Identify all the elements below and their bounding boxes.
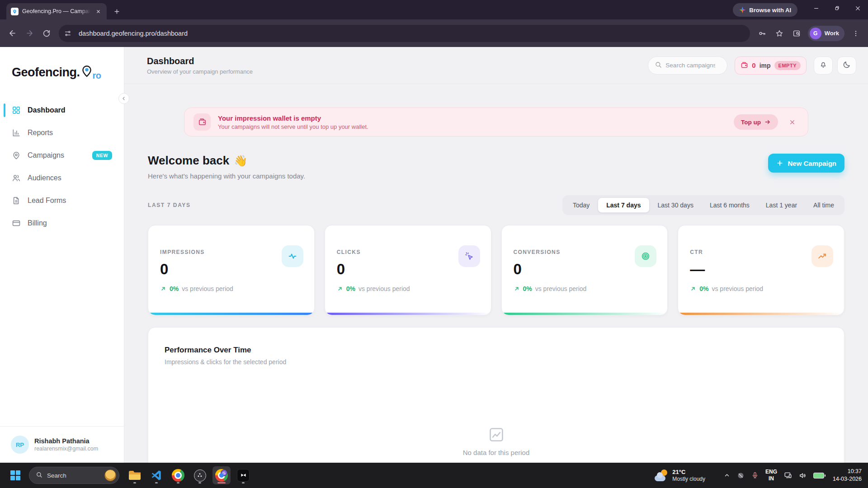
bookmark-star-icon[interactable] xyxy=(772,26,787,41)
period-option-last-30-days[interactable]: Last 30 days xyxy=(650,198,702,212)
period-label: LAST 7 DAYS xyxy=(148,202,191,208)
running-indicator xyxy=(177,482,179,483)
performance-subtitle: Impressions & clicks for the selected pe… xyxy=(165,358,828,366)
search-input[interactable] xyxy=(665,62,715,69)
taskbar-app-capcut[interactable] xyxy=(234,466,252,484)
cast-device-icon[interactable] xyxy=(784,471,792,479)
browser-toolbar: dashboard.geofencing.pro/dashboard G Wor… xyxy=(0,19,868,47)
taskbar-app-file-explorer[interactable] xyxy=(126,466,144,484)
sidebar-item-campaigns[interactable]: Campaigns NEW xyxy=(0,144,124,167)
browser-menu-icon[interactable] xyxy=(848,26,863,41)
welcome-title: Welcome back xyxy=(148,154,229,168)
language-line1: ENG xyxy=(765,469,777,475)
reload-icon[interactable] xyxy=(39,26,54,41)
sidebar-item-label: Reports xyxy=(28,129,53,137)
bell-icon xyxy=(819,61,827,70)
restore-icon[interactable] xyxy=(826,0,847,16)
browser-profile-chip[interactable]: G Work xyxy=(808,26,844,41)
profile-name: Work xyxy=(825,30,839,37)
vscode-icon xyxy=(151,469,162,481)
period-option-last-1-year[interactable]: Last 1 year xyxy=(758,198,805,212)
period-option-last-6-months[interactable]: Last 6 months xyxy=(702,198,758,212)
sidebar-item-audiences[interactable]: Audiences xyxy=(0,167,124,189)
battery-icon[interactable] xyxy=(813,473,824,479)
stat-delta: 0% xyxy=(699,285,708,292)
sidebar-item-reports[interactable]: Reports xyxy=(0,122,124,144)
minimize-icon[interactable] xyxy=(806,0,826,16)
browse-with-ai-button[interactable]: Browse with AI xyxy=(733,3,797,17)
stat-label: IMPRESSIONS xyxy=(160,249,302,255)
sidebar-item-lead-forms[interactable]: Lead Forms xyxy=(0,189,124,212)
page-content: Your impression wallet is empty Your cam… xyxy=(124,84,868,463)
performance-title: Performance Over Time xyxy=(165,346,828,355)
sidebar-collapse-button[interactable] xyxy=(118,93,129,104)
sidebar-item-dashboard[interactable]: Dashboard xyxy=(0,99,124,122)
tab-favicon xyxy=(11,8,19,15)
wave-emoji: 👋 xyxy=(234,155,247,167)
impression-wallet-pill[interactable]: 0 imp EMPTY xyxy=(735,56,807,75)
running-indicator xyxy=(198,482,201,483)
back-icon[interactable] xyxy=(5,26,20,41)
notifications-button[interactable] xyxy=(814,56,833,75)
dark-mode-button[interactable] xyxy=(837,56,856,75)
taskbar-app-chrome-work[interactable]: G xyxy=(212,466,231,484)
impressions-card: IMPRESSIONS 0 0% vs previous period xyxy=(148,225,315,315)
campaign-search[interactable] xyxy=(648,56,727,75)
alert-message: Your campaigns will not serve until you … xyxy=(218,123,368,130)
weather-widget[interactable]: 21°C Mostly cloudy xyxy=(655,469,705,482)
tray-chevron-up-icon[interactable] xyxy=(724,472,730,479)
side-panel-search-icon[interactable] xyxy=(789,26,804,41)
period-option-today[interactable]: Today xyxy=(565,198,598,212)
sidebar-item-label: Dashboard xyxy=(28,106,66,114)
new-tab-button[interactable] xyxy=(110,5,123,18)
top-up-button[interactable]: Top up xyxy=(734,114,778,130)
new-campaign-button[interactable]: New Campaign xyxy=(768,154,844,173)
address-bar[interactable]: dashboard.geofencing.pro/dashboard xyxy=(59,25,750,42)
tab-title: Geofencing.Pro — Campaign M xyxy=(22,8,90,14)
performance-card: Performance Over Time Impressions & clic… xyxy=(148,327,844,463)
language-indicator[interactable]: ENG IN xyxy=(765,469,777,482)
new-badge: NEW xyxy=(92,151,112,160)
weather-icon xyxy=(655,469,668,481)
forward-icon[interactable] xyxy=(22,26,37,41)
microphone-icon[interactable] xyxy=(751,472,759,479)
sidebar: Geofencing. ro Dashboard Reports xyxy=(0,47,124,463)
period-option-last-7-days[interactable]: Last 7 days xyxy=(598,197,649,213)
password-key-icon[interactable] xyxy=(755,26,770,41)
start-button[interactable] xyxy=(6,466,24,484)
profile-avatar: G xyxy=(810,28,821,39)
welcome-subtitle: Here's what's happening with your campai… xyxy=(148,172,305,180)
system-tray: 21°C Mostly cloudy ENG IN 10:37 14-03-20… xyxy=(655,468,862,483)
credit-card-icon xyxy=(12,219,21,228)
ctr-card: CTR — 0% vs previous period xyxy=(678,225,844,315)
taskbar-search[interactable]: Search xyxy=(29,467,119,484)
stat-label: CLICKS xyxy=(337,249,479,255)
chrome-icon: G xyxy=(215,469,228,482)
running-indicator xyxy=(155,482,158,483)
speaker-icon[interactable] xyxy=(799,472,807,479)
taskbar-app-chrome[interactable] xyxy=(169,466,187,484)
site-info-icon[interactable] xyxy=(61,27,74,40)
close-window-icon[interactable] xyxy=(847,0,868,16)
period-segmented-control: Today Last 7 days Last 30 days Last 6 mo… xyxy=(562,195,844,215)
tab-close-icon[interactable] xyxy=(94,7,102,15)
welcome-section: Welcome back 👋 Here's what's happening w… xyxy=(148,154,844,180)
tray-disabled-status-icon[interactable] xyxy=(737,472,745,479)
browser-tab[interactable]: Geofencing.Pro — Campaign M xyxy=(6,3,107,19)
sidebar-item-billing[interactable]: Billing xyxy=(0,212,124,235)
window-controls xyxy=(806,0,868,16)
top-up-label: Top up xyxy=(741,119,761,126)
user-avatar: RP xyxy=(11,436,29,454)
taskbar-clock[interactable]: 10:37 14-03-2026 xyxy=(833,468,862,483)
arrow-up-right-icon xyxy=(160,286,166,292)
taskbar-app-vscode[interactable] xyxy=(147,466,165,484)
stat-delta-note: vs previous period xyxy=(535,285,587,292)
sidebar-user[interactable]: RP Rishabh Pathania realarensmix@gmail.c… xyxy=(0,426,124,463)
taskbar-app-obs[interactable] xyxy=(191,466,209,484)
clock-time: 10:37 xyxy=(833,468,862,476)
page-subtitle: Overview of your campaign performance xyxy=(147,68,253,75)
alert-close-icon[interactable] xyxy=(785,115,799,129)
period-option-all-time[interactable]: All time xyxy=(805,198,842,212)
url-text[interactable]: dashboard.geofencing.pro/dashboard xyxy=(79,30,188,37)
arrow-right-icon xyxy=(764,119,771,125)
